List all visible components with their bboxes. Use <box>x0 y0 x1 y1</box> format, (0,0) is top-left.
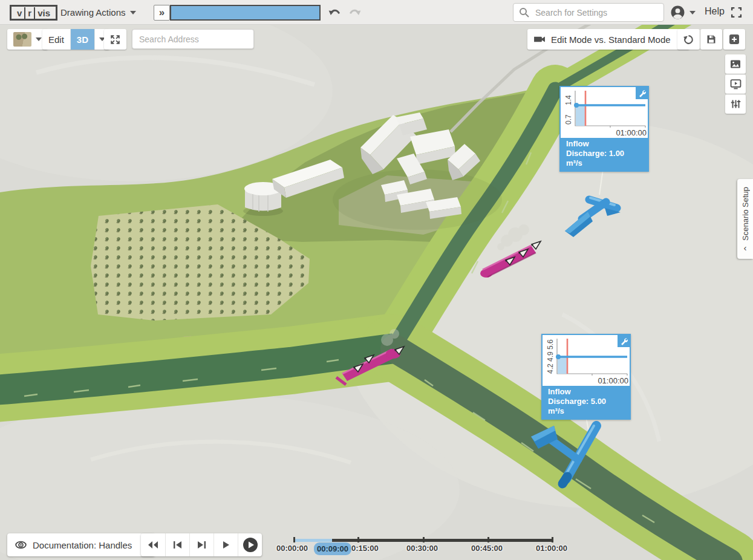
discharge-chart: 5.6 4.9 4.2 01:00:00 <box>543 335 630 386</box>
chevron-down-icon <box>130 11 136 15</box>
svg-text:5.6: 5.6 <box>546 339 555 350</box>
double-chevron-icon: » <box>159 7 165 19</box>
svg-text:0.7: 0.7 <box>564 114 573 125</box>
account-menu[interactable] <box>670 5 696 20</box>
svg-text:4.2: 4.2 <box>546 363 555 374</box>
search-icon <box>519 7 529 18</box>
play-button[interactable] <box>214 533 238 556</box>
fullscreen-icon <box>731 7 742 18</box>
settings-search[interactable] <box>513 3 664 22</box>
address-search-input[interactable] <box>138 34 250 45</box>
help-menu[interactable]: Help <box>705 6 725 17</box>
skip-next-icon <box>197 541 206 549</box>
tune-sliders-icon <box>730 99 741 109</box>
svg-text:4.9: 4.9 <box>546 351 555 362</box>
timeline-current-time-badge[interactable]: 00:09:00 <box>314 542 351 555</box>
user-avatar-icon <box>670 5 685 20</box>
fullscreen-button[interactable] <box>731 7 742 18</box>
display-settings-button[interactable] <box>725 94 746 114</box>
add-button[interactable] <box>723 29 745 50</box>
reset-view-button[interactable] <box>677 29 700 50</box>
chart-discharge-value: Discharge: 1.00 m³/s <box>566 149 642 168</box>
chart-discharge-value: Discharge: 5.00 m³/s <box>548 397 624 416</box>
timeline-progress <box>293 539 332 542</box>
video-playback-button[interactable] <box>725 74 746 94</box>
drawing-actions-menu[interactable]: Drawing Actions <box>60 0 136 25</box>
inflow-popup-upper: 1.4 0.7 01:00:00 Inflow Discharge: 1.00 … <box>559 86 649 172</box>
play-icon <box>222 541 230 549</box>
timeline-track[interactable] <box>293 539 553 542</box>
save-button[interactable] <box>700 29 722 50</box>
discharge-chart: 1.4 0.7 01:00:00 <box>561 87 648 138</box>
documentation-dropdown[interactable]: Documentation: Handles <box>7 533 155 556</box>
wrench-icon <box>620 337 628 345</box>
mode-3d-button[interactable]: 3D <box>70 29 94 50</box>
svg-text:01:00:00: 01:00:00 <box>616 128 647 137</box>
chevron-down-icon <box>36 37 42 41</box>
inflow-popup-lower: 5.6 4.9 4.2 01:00:00 Inflow Discharge: 5… <box>541 334 631 420</box>
expand-arrows-icon <box>109 34 121 45</box>
step-back-button[interactable] <box>165 533 189 556</box>
redo-button[interactable] <box>348 7 361 18</box>
chart-footer: Inflow Discharge: 1.00 m³/s <box>561 138 648 171</box>
application-top-bar: vrvis Drawing Actions » Help <box>0 0 753 25</box>
viewport-tools <box>725 54 746 114</box>
play-loop-button[interactable] <box>238 533 262 556</box>
rewind-icon <box>148 541 158 549</box>
rewind-button[interactable] <box>141 533 165 556</box>
chart-title: Inflow <box>548 387 624 397</box>
map-fullscreen-button[interactable] <box>104 29 126 50</box>
wrench-settings-button[interactable] <box>636 87 648 99</box>
eye-icon <box>15 539 27 551</box>
logo-segment: v <box>15 7 24 19</box>
image-icon <box>730 59 741 69</box>
action-progress-bar[interactable] <box>170 5 321 21</box>
undo-icon <box>328 7 342 18</box>
plus-square-icon <box>729 34 740 45</box>
chevron-down-icon <box>689 11 696 15</box>
address-search[interactable] <box>132 29 254 49</box>
camera-mode-dropdown[interactable]: Edit Mode vs. Standard Mode <box>527 29 689 50</box>
chart-title: Inflow <box>566 139 642 149</box>
logo-segment: r <box>24 7 34 19</box>
logo-segment: vis <box>34 7 53 19</box>
playback-controls <box>141 533 262 556</box>
svg-text:01:00:00: 01:00:00 <box>598 376 628 385</box>
svg-text:1.4: 1.4 <box>564 95 573 105</box>
skip-previous-icon <box>173 541 182 549</box>
smart-display-icon <box>730 79 742 90</box>
step-forward-button[interactable] <box>189 533 214 556</box>
wrench-icon <box>638 90 646 97</box>
wrench-settings-button[interactable] <box>618 335 630 347</box>
undo-button[interactable] <box>328 7 342 18</box>
redo-icon <box>348 7 361 18</box>
settings-search-input[interactable] <box>534 7 658 18</box>
scene-3d-view <box>0 0 753 560</box>
expand-drawer-button[interactable]: » <box>154 5 170 21</box>
basemap-selector[interactable] <box>7 29 48 50</box>
rotate-ccw-icon <box>683 34 694 45</box>
videocam-icon <box>533 34 546 44</box>
scenario-setup-tab[interactable]: Scenario Setup ‹ <box>737 179 753 259</box>
screenshot-button[interactable] <box>725 54 746 74</box>
view-mode-group: Edit 3D <box>42 29 109 50</box>
basemap-thumbnail-icon <box>13 32 31 47</box>
chart-footer: Inflow Discharge: 5.00 m³/s <box>543 386 630 418</box>
play-circle-icon <box>243 537 258 553</box>
vrvis-logo: vrvis <box>10 5 57 21</box>
edit-mode-button[interactable]: Edit <box>42 29 70 50</box>
save-floppy-icon <box>706 34 717 45</box>
collapse-chevron-icon: ‹ <box>744 245 747 251</box>
